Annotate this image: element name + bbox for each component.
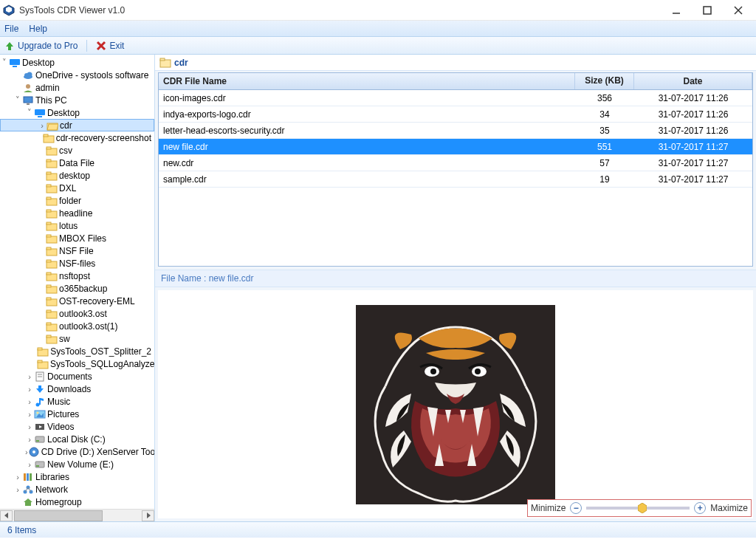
pc-icon <box>22 95 34 106</box>
folder-open-icon <box>47 120 58 131</box>
exit-button[interactable]: Exit <box>96 41 124 51</box>
cell-date: 31-07-2017 11:26 <box>634 93 752 103</box>
tree-expander[interactable]: › <box>13 473 22 481</box>
table-row[interactable]: letter-head-escorts-security.cdr3531-07-… <box>159 123 752 139</box>
tree-item[interactable]: ›Local Disk (C:) <box>0 433 154 445</box>
tree-expander[interactable]: › <box>25 422 34 431</box>
tree-item[interactable]: SysTools_OST_Splitter_2 <box>0 345 154 357</box>
col-header-date[interactable]: Date <box>634 73 752 89</box>
tree-item[interactable]: ˅Desktop <box>0 106 154 119</box>
tree-item[interactable]: ›Network <box>0 483 154 496</box>
tree-item[interactable]: OneDrive - systools software <box>0 69 154 81</box>
menu-help[interactable]: Help <box>29 24 47 34</box>
tree-item[interactable]: admin <box>0 81 154 94</box>
tree-expander[interactable]: › <box>25 435 34 444</box>
doc-icon <box>34 371 46 382</box>
tree-expander[interactable]: ˅ <box>25 108 34 117</box>
tree-item[interactable]: csv <box>0 144 154 157</box>
tree-item[interactable]: DXL <box>0 182 154 194</box>
tree-expander[interactable]: › <box>38 121 47 130</box>
table-row[interactable]: new.cdr5731-07-2017 11:27 <box>159 155 752 171</box>
tree-item[interactable]: folder <box>0 194 154 207</box>
tree-item[interactable]: sw <box>0 332 154 345</box>
tree-item[interactable]: nsftopst <box>0 270 154 282</box>
svg-rect-95 <box>160 58 165 61</box>
tree-item[interactable]: ›New Volume (E:) <box>0 458 154 470</box>
tree-item[interactable]: Control Panel <box>0 508 154 509</box>
tree-item[interactable]: outlook3.ost <box>0 307 154 320</box>
tree-item[interactable]: ›Videos <box>0 420 154 433</box>
tree-expander[interactable]: › <box>25 385 34 394</box>
close-button[interactable] <box>729 3 747 18</box>
folder-icon <box>46 321 58 332</box>
tree-item[interactable]: headline <box>0 207 154 219</box>
tree-item[interactable]: Data File <box>0 157 154 169</box>
tree-item[interactable]: ›Music <box>0 395 154 408</box>
table-row[interactable]: indya-exports-logo.cdr3431-07-2017 11:26 <box>159 106 752 123</box>
zoom-min-label: Minimize <box>531 503 566 513</box>
tree-horizontal-scrollbar[interactable] <box>0 509 154 521</box>
svg-rect-64 <box>39 398 41 405</box>
tree-expander[interactable]: › <box>25 397 34 406</box>
tree-item-label: nsftopst <box>59 271 90 281</box>
tree-item[interactable]: MBOX Files <box>0 232 154 244</box>
tree-expander[interactable]: › <box>13 485 22 494</box>
tree-item[interactable]: ›Downloads <box>0 383 154 395</box>
preview-label-prefix: File Name : <box>161 273 209 284</box>
upgrade-button[interactable]: Upgrade to Pro <box>4 41 78 51</box>
tree-item[interactable]: cdr-recovery-screenshot <box>0 131 154 144</box>
tree-item[interactable]: ›cdr <box>0 119 154 131</box>
tree-expander[interactable]: › <box>25 460 34 469</box>
tree-expander[interactable]: ˅ <box>13 95 22 105</box>
table-row[interactable]: icon-images.cdr35631-07-2017 11:26 <box>159 90 752 106</box>
cell-date: 31-07-2017 11:27 <box>634 158 752 168</box>
scroll-right-arrow[interactable] <box>142 510 154 521</box>
tree-item-label: Downloads <box>47 384 91 394</box>
tree-item[interactable]: ˅This PC <box>0 94 154 106</box>
tree-item[interactable]: NSF-files <box>0 257 154 270</box>
svg-rect-9 <box>10 59 20 65</box>
tree-item-label: outlook3.ost <box>59 309 107 319</box>
folder-tree[interactable]: ˅DesktopOneDrive - systools softwareadmi… <box>0 55 154 509</box>
svg-rect-54 <box>47 335 51 337</box>
scroll-thumb[interactable] <box>14 510 103 521</box>
table-row[interactable]: new file.cdr55131-07-2017 11:27 <box>159 139 752 155</box>
tree-item[interactable]: desktop <box>0 169 154 182</box>
svg-marker-84 <box>24 498 32 506</box>
tree-item[interactable]: ›Pictures <box>0 408 154 420</box>
tree-item[interactable]: SysTools_SQLLogAnalyzer <box>0 357 154 370</box>
tree-expander[interactable]: › <box>25 372 34 381</box>
cell-filename: sample.cdr <box>159 174 575 185</box>
tree-item[interactable]: o365backup <box>0 282 154 295</box>
maximize-button[interactable] <box>698 3 716 18</box>
tree-item-label: cdr <box>60 120 72 131</box>
tree-item[interactable]: OST-recovery-EML <box>0 295 154 307</box>
tree-item[interactable]: lotus <box>0 219 154 232</box>
tree-item[interactable]: Homegroup <box>0 496 154 508</box>
scroll-left-arrow[interactable] <box>0 510 13 521</box>
svg-rect-44 <box>47 272 51 275</box>
tree-root-desktop[interactable]: ˅Desktop <box>0 56 154 69</box>
col-header-name[interactable]: CDR File Name <box>159 73 575 89</box>
zoom-out-button[interactable]: − <box>570 502 582 514</box>
tree-item[interactable]: outlook3.ost(1) <box>0 320 154 332</box>
tree-item-label: Music <box>47 397 70 407</box>
tree-item-label: outlook3.ost(1) <box>59 321 117 332</box>
zoom-slider[interactable] <box>586 507 690 510</box>
folder-icon <box>46 145 58 156</box>
zoom-in-button[interactable]: + <box>694 502 706 514</box>
menu-file[interactable]: File <box>4 24 18 34</box>
tree-item[interactable]: ›Documents <box>0 370 154 383</box>
folder-icon <box>46 158 58 168</box>
minimize-button[interactable] <box>667 3 685 18</box>
table-row[interactable]: sample.cdr1931-07-2017 11:27 <box>159 171 752 188</box>
svg-rect-77 <box>27 473 29 481</box>
svg-rect-46 <box>47 285 51 287</box>
tree-item[interactable]: ›Libraries <box>0 470 154 483</box>
tree-expander[interactable]: › <box>25 410 34 419</box>
col-header-size[interactable]: Size (KB) <box>575 73 634 89</box>
zoom-slider-knob[interactable] <box>638 503 647 513</box>
svg-rect-3 <box>704 7 711 14</box>
tree-item[interactable]: NSF File <box>0 244 154 257</box>
tree-item[interactable]: ›CD Drive (D:) XenServer Tools <box>0 445 154 458</box>
